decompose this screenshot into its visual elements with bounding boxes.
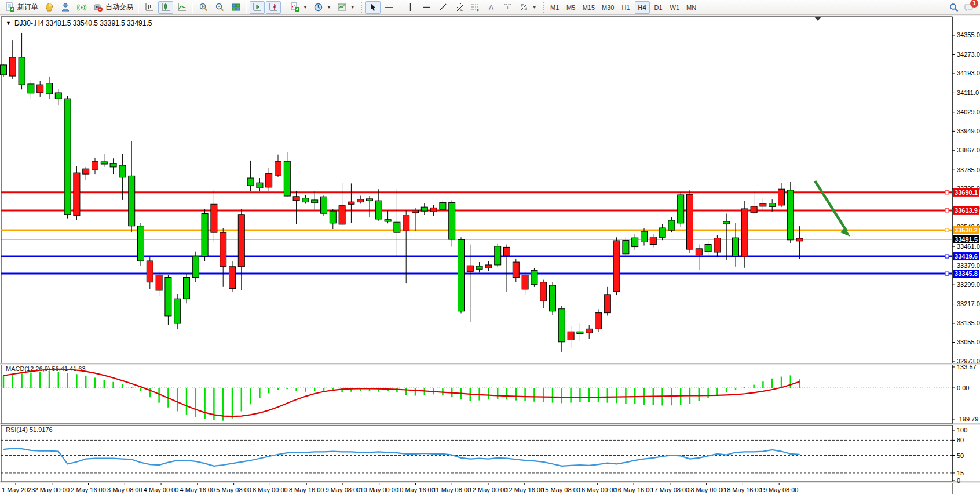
candle-body[interactable]: [531, 270, 537, 284]
candle-body[interactable]: [9, 57, 16, 76]
auto-trading-button[interactable]: 自动交易: [90, 1, 136, 14]
candle-body[interactable]: [202, 214, 208, 256]
candle-body[interactable]: [266, 173, 272, 187]
candle-body[interactable]: [650, 237, 656, 244]
chat-icon[interactable]: 1: [964, 2, 974, 13]
candle-body[interactable]: [632, 238, 638, 246]
candle-body[interactable]: [577, 332, 583, 333]
candle-body[interactable]: [540, 282, 547, 301]
candle-body[interactable]: [659, 228, 665, 237]
candle-body[interactable]: [46, 83, 53, 94]
search-icon[interactable]: [949, 2, 959, 13]
templates-button[interactable]: ▼: [335, 1, 357, 14]
candle-body[interactable]: [19, 57, 25, 85]
candle-body[interactable]: [796, 238, 803, 241]
candle-body[interactable]: [778, 189, 785, 205]
candle-body[interactable]: [550, 285, 556, 311]
hline-handle[interactable]: [945, 191, 949, 194]
candle-body[interactable]: [467, 266, 473, 271]
candle-body[interactable]: [247, 178, 254, 186]
cursor-button[interactable]: [365, 1, 381, 14]
candle-body[interactable]: [367, 199, 373, 201]
candle-body[interactable]: [293, 197, 299, 201]
market-watch-button[interactable]: [42, 1, 57, 14]
candle-body[interactable]: [705, 245, 711, 252]
candle-body[interactable]: [28, 84, 34, 93]
timeframe-button-m1[interactable]: M1: [547, 1, 562, 14]
channel-button[interactable]: E: [452, 1, 467, 14]
shapes-button[interactable]: ▼: [517, 1, 539, 14]
candle-body[interactable]: [284, 161, 290, 196]
candle-body[interactable]: [522, 275, 528, 289]
candle-body[interactable]: [458, 239, 465, 311]
hline-handle[interactable]: [945, 255, 949, 258]
timeframe-button-m15[interactable]: M15: [580, 1, 598, 14]
candle-body[interactable]: [641, 231, 648, 242]
candle-body[interactable]: [330, 211, 336, 223]
timeframe-button-h4[interactable]: H4: [635, 1, 650, 14]
candle-body[interactable]: [769, 203, 776, 207]
candle-body[interactable]: [101, 162, 107, 164]
candle-body[interactable]: [92, 161, 98, 170]
zoom-out-button[interactable]: [212, 1, 227, 14]
candle-body[interactable]: [485, 265, 492, 268]
candle-body[interactable]: [733, 238, 739, 256]
timeframe-button-m30[interactable]: M30: [599, 1, 617, 14]
profile-button[interactable]: [58, 1, 73, 14]
candle-body[interactable]: [192, 256, 199, 278]
candle-body[interactable]: [302, 198, 309, 202]
candle-body[interactable]: [613, 241, 620, 292]
candle-body[interactable]: [119, 165, 126, 177]
line-chart-button[interactable]: [174, 1, 189, 14]
candle-body[interactable]: [165, 278, 171, 316]
chart-shift-button[interactable]: [266, 1, 281, 14]
candle-body[interactable]: [184, 278, 190, 299]
candle-body[interactable]: [595, 313, 602, 329]
timeframe-button-h1[interactable]: H1: [619, 1, 634, 14]
vertical-line-button[interactable]: [403, 1, 418, 14]
chart-canvas[interactable]: 34355.034273.034193.034111.034029.033949…: [0, 16, 980, 498]
candle-body[interactable]: [1, 65, 7, 75]
candle-body[interactable]: [421, 207, 427, 211]
periods-button[interactable]: ▼: [311, 1, 334, 14]
candle-body[interactable]: [449, 202, 455, 239]
new-order-button[interactable]: 新订单: [2, 1, 41, 14]
candle-body[interactable]: [714, 238, 721, 252]
candle-body[interactable]: [83, 169, 89, 174]
collapse-triangle-icon[interactable]: ▼: [6, 20, 11, 26]
candle-body[interactable]: [504, 247, 510, 256]
candle-body[interactable]: [348, 202, 354, 204]
candle-body[interactable]: [495, 246, 501, 265]
fibonacci-button[interactable]: F: [468, 1, 483, 14]
hline-handle[interactable]: [945, 272, 949, 275]
candle-body[interactable]: [751, 206, 757, 213]
candle-body[interactable]: [385, 220, 391, 221]
candle-body[interactable]: [275, 161, 281, 175]
zoom-in-button[interactable]: [196, 1, 211, 14]
notification-badge[interactable]: 1: [970, 0, 978, 8]
candle-body[interactable]: [696, 249, 702, 255]
horizontal-line-button[interactable]: [419, 1, 434, 14]
candle-body[interactable]: [513, 262, 519, 277]
candle-body[interactable]: [568, 332, 574, 340]
candle-body[interactable]: [741, 209, 748, 257]
auto-scroll-button[interactable]: [250, 1, 265, 14]
candle-body[interactable]: [257, 183, 263, 188]
candle-body[interactable]: [604, 295, 610, 313]
candlestick-chart-button[interactable]: [158, 1, 173, 14]
crosshair-button[interactable]: [382, 1, 397, 14]
candle-body[interactable]: [668, 220, 675, 230]
candle-body[interactable]: [147, 261, 153, 282]
candle-body[interactable]: [321, 197, 327, 213]
tile-windows-button[interactable]: [228, 1, 243, 14]
timeframe-button-m5[interactable]: M5: [564, 1, 579, 14]
candle-body[interactable]: [64, 99, 71, 215]
timeframe-button-d1[interactable]: D1: [651, 1, 666, 14]
candle-body[interactable]: [687, 194, 693, 249]
candle-body[interactable]: [238, 215, 244, 267]
candle-body[interactable]: [110, 163, 116, 167]
candle-body[interactable]: [403, 215, 409, 231]
candle-body[interactable]: [211, 204, 217, 232]
text-button[interactable]: A: [484, 1, 499, 14]
candle-body[interactable]: [586, 329, 593, 333]
